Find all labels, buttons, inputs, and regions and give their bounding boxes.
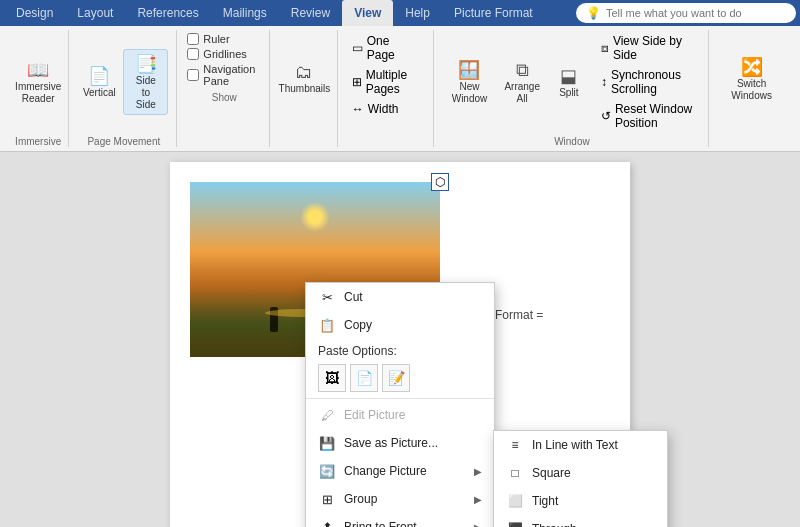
square-icon: □	[506, 464, 524, 482]
submenu-through[interactable]: ⬛ Through	[494, 515, 667, 527]
ribbon-group-thumbnails: 🗂 Thumbnails	[272, 30, 338, 147]
context-menu-change-picture[interactable]: 🔄 Change Picture ▶	[306, 457, 494, 485]
immersive-items: 📖 ImmersiveReader	[9, 30, 67, 134]
show-group-label: Show	[212, 92, 237, 103]
side-to-side-icon: 📑	[135, 53, 157, 75]
sun-element	[300, 202, 330, 232]
thumbnails-button[interactable]: 🗂 Thumbnails	[273, 59, 337, 98]
multiple-pages-icon: ⊞	[352, 75, 362, 89]
tab-view[interactable]: View	[342, 0, 393, 26]
square-label: Square	[532, 466, 571, 480]
app-header: Design Layout References Mailings Review…	[0, 0, 800, 152]
one-page-button[interactable]: ▭ One Page	[348, 32, 425, 64]
vertical-button[interactable]: 📄 Vertical	[79, 62, 119, 102]
change-picture-arrow: ▶	[474, 466, 482, 477]
ruler-checkbox[interactable]	[187, 33, 199, 45]
ribbon-body: 📖 ImmersiveReader Immersive 📄 Vertical 📑…	[0, 26, 800, 152]
window-items: 🪟 New Window ⧉ Arrange All ⬓ Split ⧈ Vie…	[444, 30, 701, 134]
thumbnails-label: Thumbnails	[279, 83, 331, 95]
arrange-all-button[interactable]: ⧉ Arrange All	[499, 57, 544, 108]
ribbon-tabs: Design Layout References Mailings Review…	[0, 0, 576, 26]
gridlines-label: Gridlines	[203, 48, 246, 60]
one-page-label: One Page	[367, 34, 421, 62]
sync-scrolling-label: Synchronous Scrolling	[611, 68, 692, 96]
tell-me-input[interactable]	[606, 7, 786, 19]
new-window-label: New Window	[450, 81, 490, 105]
multiple-pages-label: Multiple Pages	[366, 68, 421, 96]
paste-options-text: Paste Options:	[318, 344, 397, 358]
tab-picture-format[interactable]: Picture Format	[442, 0, 545, 26]
sync-scrolling-button[interactable]: ↕ Synchronous Scrolling	[597, 66, 696, 98]
ribbon-group-page-movement: 📄 Vertical 📑 Side to Side Page Movement	[71, 30, 177, 147]
page-width-icon: ↔	[352, 102, 364, 116]
submenu-square[interactable]: □ Square	[494, 459, 667, 487]
submenu-tight[interactable]: ⬜ Tight	[494, 487, 667, 515]
tab-help[interactable]: Help	[393, 0, 442, 26]
group-label: Group	[344, 492, 377, 506]
switch-windows-button[interactable]: 🔀 Switch Windows	[719, 53, 784, 105]
resize-handle[interactable]: ⬡	[431, 173, 449, 191]
ribbon-tab-bar: Design Layout References Mailings Review…	[0, 0, 800, 26]
edit-picture-label: Edit Picture	[344, 408, 405, 422]
tab-layout[interactable]: Layout	[65, 0, 125, 26]
reset-position-button[interactable]: ↺ Reset Window Position	[597, 100, 696, 132]
context-menu-bring-to-front[interactable]: ⬆ Bring to Front ▶	[306, 513, 494, 527]
switch-windows-label: Switch Windows	[725, 78, 778, 102]
context-menu: ✂ Cut 📋 Copy Paste Options: 🖼 📄 📝	[305, 282, 495, 527]
immersive-reader-button[interactable]: 📖 ImmersiveReader	[9, 56, 67, 108]
navigation-checkbox[interactable]	[187, 69, 199, 81]
tab-mailings[interactable]: Mailings	[211, 0, 279, 26]
split-button[interactable]: ⬓ Split	[549, 62, 589, 102]
reset-position-label: Reset Window Position	[615, 102, 692, 130]
bring-to-front-label: Bring to Front	[344, 520, 417, 527]
change-picture-label: Change Picture	[344, 464, 427, 478]
immersive-group-label: Immersive	[15, 136, 61, 147]
arrange-all-label: Arrange All	[504, 81, 540, 105]
vertical-label: Vertical	[83, 87, 116, 99]
page-width-button[interactable]: ↔ Width	[348, 100, 425, 118]
group-arrow: ▶	[474, 494, 482, 505]
thumbnails-icon: 🗂	[295, 62, 313, 83]
separator-1	[306, 398, 494, 399]
tab-references[interactable]: References	[125, 0, 210, 26]
arrange-all-icon: ⧉	[516, 60, 529, 81]
paste-options-label: Paste Options:	[306, 339, 494, 360]
thumbnails-items: 🗂 Thumbnails	[273, 30, 337, 127]
tight-label: Tight	[532, 494, 558, 508]
tell-me-bar[interactable]: 💡	[576, 3, 796, 23]
paste-icon-2[interactable]: 📄	[350, 364, 378, 392]
save-as-picture-label: Save as Picture...	[344, 436, 438, 450]
context-menu-edit-picture: 🖊 Edit Picture	[306, 401, 494, 429]
side-to-side-button[interactable]: 📑 Side to Side	[123, 49, 168, 115]
page-width-label: Width	[368, 102, 399, 116]
submenu-inline-text[interactable]: ≡ In Line with Text	[494, 431, 667, 459]
context-menu-save-as-picture[interactable]: 💾 Save as Picture...	[306, 429, 494, 457]
context-menu-cut[interactable]: ✂ Cut	[306, 283, 494, 311]
copy-icon: 📋	[318, 316, 336, 334]
bring-to-front-icon: ⬆	[318, 518, 336, 527]
context-menu-group[interactable]: ⊞ Group ▶	[306, 485, 494, 513]
new-window-button[interactable]: 🪟 New Window	[444, 56, 496, 108]
tab-design[interactable]: Design	[4, 0, 65, 26]
ribbon-group-window: 🪟 New Window ⧉ Arrange All ⬓ Split ⧈ Vie…	[436, 30, 710, 147]
content-area: ⬡ Format = 🎨 Style ✂ Crop	[0, 152, 800, 527]
view-side-by-side-button[interactable]: ⧈ View Side by Side	[597, 32, 696, 64]
inline-text-label: In Line with Text	[532, 438, 618, 452]
switch-windows-icon: 🔀	[741, 56, 763, 78]
immersive-reader-label: ImmersiveReader	[15, 81, 61, 105]
copy-label: Copy	[344, 318, 372, 332]
split-label: Split	[559, 87, 578, 99]
format-label: Format =	[495, 308, 800, 322]
paste-icon-3[interactable]: 📝	[382, 364, 410, 392]
new-window-icon: 🪟	[458, 59, 480, 81]
save-as-picture-icon: 💾	[318, 434, 336, 452]
gridlines-checkbox[interactable]	[187, 48, 199, 60]
tab-review[interactable]: Review	[279, 0, 342, 26]
edit-picture-icon: 🖊	[318, 406, 336, 424]
paste-icon-1[interactable]: 🖼	[318, 364, 346, 392]
context-menu-copy[interactable]: 📋 Copy	[306, 311, 494, 339]
ribbon-group-immersive: 📖 ImmersiveReader Immersive	[8, 30, 69, 147]
sync-scrolling-icon: ↕	[601, 75, 607, 89]
multiple-pages-button[interactable]: ⊞ Multiple Pages	[348, 66, 425, 98]
document-area: ⬡ Format = 🎨 Style ✂ Crop	[0, 152, 800, 527]
